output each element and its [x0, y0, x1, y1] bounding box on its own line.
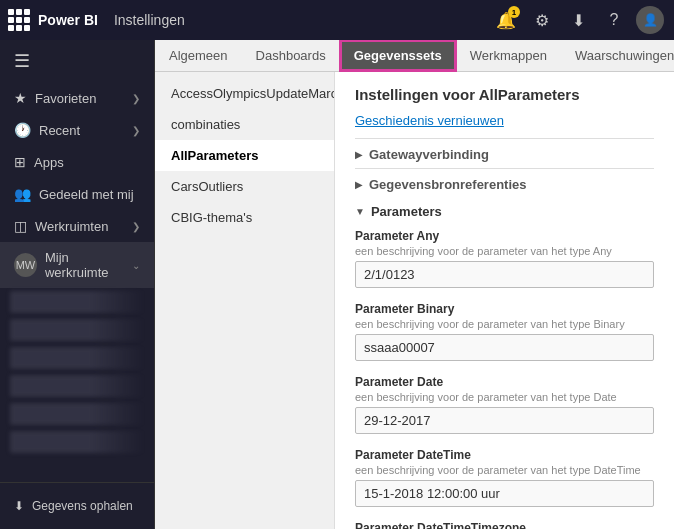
- gateway-triangle-icon: ▶: [355, 149, 363, 160]
- sidebar-bottom: ⬇ Gegevens ophalen: [0, 482, 154, 529]
- dataset-list: AccessOlympicsUpdateMarch2014 combinatie…: [155, 72, 335, 529]
- sidebar-item-my-workspace[interactable]: MW Mijn werkruimte ⌄: [0, 242, 154, 288]
- sidebar-item-label: Gedeeld met mij: [39, 187, 134, 202]
- param-datetime-name: Parameter DateTime: [355, 448, 654, 462]
- notification-button[interactable]: 🔔 1: [490, 4, 522, 36]
- get-data-label: Gegevens ophalen: [32, 499, 133, 513]
- get-data-button[interactable]: ⬇ Gegevens ophalen: [0, 491, 154, 521]
- dataset-item-cbig[interactable]: CBIG-thema's: [155, 202, 334, 233]
- avatar[interactable]: 👤: [636, 6, 664, 34]
- gateway-section-label: Gatewayverbinding: [369, 147, 489, 162]
- sidebar-item-label: Mijn werkruimte: [45, 250, 132, 280]
- dataset-item-access[interactable]: AccessOlympicsUpdateMarch2014: [155, 78, 334, 109]
- sidebar-item-favorites[interactable]: ★ Favorieten ❯: [0, 82, 154, 114]
- workspace-blurred-item-6: [10, 431, 144, 453]
- tab-gegevenssets[interactable]: Gegevenssets: [340, 40, 456, 71]
- sidebar-item-workspaces[interactable]: ◫ Werkruimten ❯: [0, 210, 154, 242]
- sidebar-item-label: Werkruimten: [35, 219, 108, 234]
- my-workspace-icon: MW: [14, 253, 37, 277]
- param-binary-desc: een beschrijving voor de parameter van h…: [355, 318, 654, 330]
- sidebar-item-label: Recent: [39, 123, 80, 138]
- datasources-section-header[interactable]: ▶ Gegevensbronreferenties: [355, 168, 654, 198]
- param-datetime-block: Parameter DateTime een beschrijving voor…: [355, 448, 654, 507]
- tab-dashboards[interactable]: Dashboards: [242, 40, 340, 71]
- param-date-name: Parameter Date: [355, 375, 654, 389]
- main-layout: ☰ ★ Favorieten ❯ 🕐 Recent ❯ ⊞ Apps 👥: [0, 40, 674, 529]
- sidebar-item-label: Favorieten: [35, 91, 96, 106]
- param-datetime-desc: een beschrijving voor de parameter van h…: [355, 464, 654, 476]
- topbar-icons: 🔔 1 ⚙ ⬇ ? 👤: [490, 4, 666, 36]
- settings-title: Instellingen voor AllParameters: [355, 86, 654, 103]
- sidebar: ☰ ★ Favorieten ❯ 🕐 Recent ❯ ⊞ Apps 👥: [0, 40, 155, 529]
- param-binary-input[interactable]: [355, 334, 654, 361]
- workspace-blurred-item-4: [10, 375, 144, 397]
- datasources-triangle-icon: ▶: [355, 179, 363, 190]
- gateway-section-header[interactable]: ▶ Gatewayverbinding: [355, 138, 654, 168]
- history-link[interactable]: Geschiedenis vernieuwen: [355, 113, 654, 128]
- logo-grid: [8, 9, 30, 31]
- logo: Power BI Instellingen: [8, 9, 185, 31]
- help-button[interactable]: ?: [598, 4, 630, 36]
- param-datetimetimezone-name: Parameter DateTimeTimezone: [355, 521, 654, 529]
- notification-badge: 1: [508, 6, 520, 18]
- tab-algemeen[interactable]: Algemeen: [155, 40, 242, 71]
- param-datetime-input[interactable]: [355, 480, 654, 507]
- tab-werkmappen[interactable]: Werkmappen: [456, 40, 561, 71]
- download-button[interactable]: ⬇: [562, 4, 594, 36]
- param-date-input[interactable]: [355, 407, 654, 434]
- workspace-blurred-item-2: [10, 319, 144, 341]
- param-any-block: Parameter Any een beschrijving voor de p…: [355, 229, 654, 288]
- hamburger-icon[interactable]: ☰: [0, 40, 154, 82]
- sidebar-item-label: Apps: [34, 155, 64, 170]
- parameters-section-header[interactable]: ▼ Parameters: [355, 204, 654, 219]
- param-datetimetimezone-block: Parameter DateTimeTimezone een beschrijv…: [355, 521, 654, 529]
- datasources-section-label: Gegevensbronreferenties: [369, 177, 527, 192]
- parameters-section: ▼ Parameters Parameter Any een beschrijv…: [355, 198, 654, 529]
- settings-panel: Instellingen voor AllParameters Geschied…: [335, 72, 674, 529]
- favorites-icon: ★: [14, 90, 27, 106]
- sidebar-item-shared[interactable]: 👥 Gedeeld met mij: [0, 178, 154, 210]
- settings-content: AccessOlympicsUpdateMarch2014 combinatie…: [155, 72, 674, 529]
- parameters-section-label: Parameters: [371, 204, 442, 219]
- shared-icon: 👥: [14, 186, 31, 202]
- recent-icon: 🕐: [14, 122, 31, 138]
- settings-button[interactable]: ⚙: [526, 4, 558, 36]
- workspace-blurred-item-1: [10, 291, 144, 313]
- topbar: Power BI Instellingen 🔔 1 ⚙ ⬇ ? 👤: [0, 0, 674, 40]
- page-title: Instellingen: [114, 12, 185, 28]
- chevron-icon: ❯: [132, 93, 140, 104]
- sidebar-item-apps[interactable]: ⊞ Apps: [0, 146, 154, 178]
- app-name: Power BI: [38, 12, 98, 28]
- chevron-icon: ❯: [132, 125, 140, 136]
- content-area: Algemeen Dashboards Gegevenssets Werkmap…: [155, 40, 674, 529]
- parameters-triangle-icon: ▼: [355, 206, 365, 217]
- dataset-item-allparameters[interactable]: AllParameters: [155, 140, 334, 171]
- workspace-blurred-item-3: [10, 347, 144, 369]
- dataset-item-combinaties[interactable]: combinaties: [155, 109, 334, 140]
- param-date-desc: een beschrijving voor de parameter van h…: [355, 391, 654, 403]
- get-data-icon: ⬇: [14, 499, 24, 513]
- apps-icon: ⊞: [14, 154, 26, 170]
- tabs-bar: Algemeen Dashboards Gegevenssets Werkmap…: [155, 40, 674, 72]
- sidebar-item-recent[interactable]: 🕐 Recent ❯: [0, 114, 154, 146]
- param-date-block: Parameter Date een beschrijving voor de …: [355, 375, 654, 434]
- chevron-down-icon: ⌄: [132, 260, 140, 271]
- user-menu-button[interactable]: 👤: [634, 4, 666, 36]
- tab-waarschuwingen[interactable]: Waarschuwingen: [561, 40, 674, 71]
- workspace-blurred-item-5: [10, 403, 144, 425]
- chevron-icon: ❯: [132, 221, 140, 232]
- param-any-input[interactable]: [355, 261, 654, 288]
- param-any-desc: een beschrijving voor de parameter van h…: [355, 245, 654, 257]
- workspaces-icon: ◫: [14, 218, 27, 234]
- param-binary-block: Parameter Binary een beschrijving voor d…: [355, 302, 654, 361]
- param-binary-name: Parameter Binary: [355, 302, 654, 316]
- param-any-name: Parameter Any: [355, 229, 654, 243]
- dataset-item-carsoutliers[interactable]: CarsOutliers: [155, 171, 334, 202]
